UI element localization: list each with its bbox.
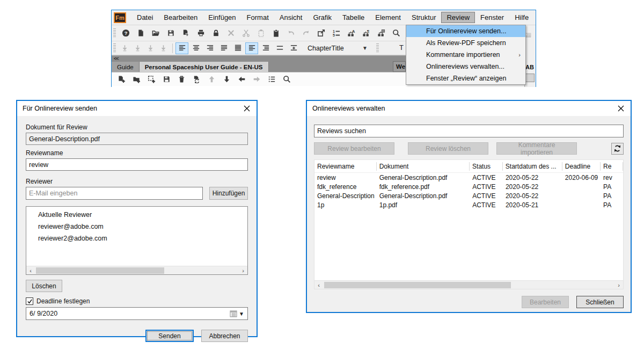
arrow-down-icon[interactable] [219,73,234,86]
open-window-icon[interactable] [313,27,328,40]
align-left-icon[interactable] [245,42,258,54]
menu-struktur[interactable]: Struktur [406,12,442,23]
horizontal-scrollbar[interactable]: ‹ › [26,266,247,274]
add-selection-icon[interactable] [144,73,159,86]
add-file-icon[interactable] [114,73,129,86]
reviewer-list-item[interactable]: reviewer2@adobe.com [26,230,247,242]
arrow-up-icon[interactable] [204,73,219,86]
email-field[interactable] [26,187,203,200]
menu-item-kommentare-importieren[interactable]: Kommentare importieren› [406,49,525,61]
deadline-date-field[interactable]: 6/ 9/2020 ▼ [26,307,248,320]
panel-button-fragment[interactable] [525,74,535,82]
lock-icon[interactable] [208,27,223,40]
structure-tags-p-icon[interactable]: ¶ [358,27,374,40]
menu-tabelle[interactable]: Tabelle [337,12,370,23]
search-icon[interactable] [279,73,294,86]
edit-review-button[interactable]: Review bearbeiten [314,142,394,155]
send-button[interactable]: Senden [145,330,194,342]
scrollbar-track[interactable] [323,281,614,289]
align-indent-icon[interactable] [259,42,272,54]
toolbar-grip[interactable] [113,43,116,53]
down-thin-icon[interactable] [157,42,170,54]
menu-hilfe[interactable]: Hilfe [509,12,534,23]
menu-grafik[interactable]: Grafik [308,12,337,23]
arrow-left-icon[interactable] [234,73,249,86]
doc-tab-guide[interactable]: Guide [112,62,140,72]
search-icon[interactable] [389,27,404,40]
menu-item-als-review-pdf-speichern[interactable]: Als Review-PDF speichern [406,37,525,49]
delete-icon[interactable] [223,27,238,40]
arrow-right-icon[interactable] [249,73,264,86]
down-thin-icon[interactable] [118,42,131,54]
align-center-icon[interactable] [189,42,202,54]
scroll-right-icon[interactable]: › [239,266,247,275]
table-row[interactable]: reviewGeneral-Description.pdfACTIVE2020-… [314,173,623,182]
open-folder-icon[interactable] [148,27,163,40]
column-header-2[interactable]: Dokument [377,162,470,171]
toolbar-grip[interactable] [113,28,116,38]
partial-panel-tab[interactable]: We [393,61,406,72]
scrollbar-thumb[interactable] [36,267,164,274]
scrollbar-thumb[interactable] [324,282,511,288]
cut-icon[interactable] [238,27,253,40]
scroll-right-icon[interactable]: › [614,281,623,289]
column-header-5[interactable]: Deadline [562,162,601,171]
down-thin-icon[interactable] [131,42,144,54]
menu-item-f-r-onlinereview-senden-[interactable]: Für Onlinereview senden... [406,25,525,37]
menu-bearbeiten[interactable]: Bearbeiten [158,12,203,23]
scroll-left-icon[interactable]: ‹ [26,266,35,275]
menu-datei[interactable]: Datei [131,12,158,23]
table-row[interactable]: General-DescriptionGeneral-Description.p… [314,191,623,200]
scroll-left-icon[interactable]: ‹ [314,281,323,289]
paragraph-style-dropdown[interactable]: ChapterTitle ▼ [305,43,370,54]
column-header-1[interactable]: Reviewname [314,162,377,171]
menu-einfügen[interactable]: Einfügen [203,12,241,23]
paste-special-icon[interactable] [253,27,268,40]
doc-tab-personal-spaceship-user-guide-en-us[interactable]: Personal Spaceship User Guide - EN-US [140,62,269,72]
refresh-icon[interactable] [611,143,624,155]
menu-element[interactable]: Element [370,12,406,23]
redo-icon[interactable] [298,27,313,40]
reviews-table[interactable]: ReviewnameDokumentStatusStartdatum des .… [314,159,624,289]
menu-item-fenster-review-anzeigen[interactable]: Fenster „Review“ anzeigen [406,72,525,84]
structure-tags-a-icon[interactable]: A [343,27,358,40]
table-row[interactable]: 1p1p.pdfACTIVE2020-05-21PA [314,200,623,209]
close-button[interactable]: Schließen [576,296,624,308]
save-icon[interactable] [163,27,178,40]
edit-button[interactable]: Bearbeiten [522,296,569,308]
list-view-icon[interactable] [264,73,279,86]
close-icon[interactable] [243,104,251,113]
current-reviewers-listbox[interactable]: Aktuelle Reviewer reviewer@adobe.comrevi… [26,206,248,275]
add-folder-icon[interactable] [129,73,144,86]
paste-icon[interactable] [268,27,283,40]
structure-tags-grid-icon[interactable] [374,27,389,40]
delete-review-button[interactable]: Review löschen [408,142,488,155]
scrollbar-track[interactable] [35,266,239,275]
numbered-list-icon[interactable]: 15 [328,27,343,40]
column-header-3[interactable]: Status [470,162,503,171]
horizontal-scrollbar[interactable]: ‹ › [314,280,623,289]
help-icon[interactable]: ? [118,27,133,40]
delete-reviewer-button[interactable]: Löschen [26,280,62,292]
close-icon[interactable] [617,104,625,113]
date-picker-controls[interactable]: ▼ [230,310,244,317]
refresh-doc-icon[interactable] [189,73,204,86]
new-document-icon[interactable] [133,27,148,40]
column-header-6[interactable]: Re [601,162,623,171]
reviewer-list-item[interactable]: reviewer@adobe.com [26,219,247,230]
menu-format[interactable]: Format [241,12,274,23]
align-full-icon[interactable] [231,42,244,54]
menu-review[interactable]: Review [441,12,475,23]
align-left-icon[interactable] [175,42,188,54]
reviewname-field[interactable] [26,158,248,171]
menu-fenster[interactable]: Fenster [475,12,509,23]
deadline-checkbox[interactable] [26,297,33,305]
menu-item-onlinereviews-verwalten-[interactable]: Onlinereviews verwalten... [406,61,525,72]
align-right-icon[interactable] [203,42,216,54]
toolbar-grip[interactable] [376,43,379,53]
line-double-icon[interactable] [273,42,286,54]
column-header-4[interactable]: Startdatum des ... [503,162,562,171]
add-reviewer-button[interactable]: Hinzufügen [209,187,248,200]
down-thin-icon[interactable] [144,42,157,54]
menu-ansicht[interactable]: Ansicht [274,12,308,23]
